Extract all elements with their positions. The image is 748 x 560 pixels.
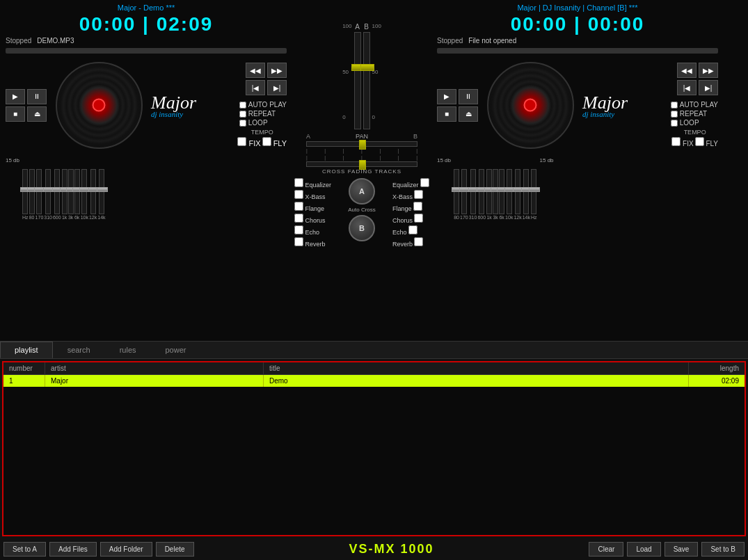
deck-b-eject-btn[interactable]: ⏏	[459, 106, 478, 122]
deck-b-autoplay-checkbox[interactable]	[671, 102, 678, 109]
col-header-title: title	[264, 362, 689, 374]
deck-a-fix-label[interactable]: FIX	[237, 137, 260, 147]
pan-track[interactable]	[306, 141, 417, 147]
eq-left-label[interactable]: Equalizer	[294, 178, 331, 189]
reverb-left-label[interactable]: Reverb	[294, 237, 331, 248]
deck-b-time: 00:00 | 00:00	[437, 13, 718, 35]
echo-right-label[interactable]: Echo	[392, 225, 429, 236]
deck-a-fwd-btn[interactable]: ▶▶	[267, 63, 287, 78]
set-to-b-button[interactable]: Set to B	[701, 542, 745, 557]
deck-b-pause-btn[interactable]: ⏸	[459, 89, 478, 104]
deck-a-loop-checkbox[interactable]	[239, 120, 246, 127]
xbass-right-cb[interactable]	[414, 190, 423, 199]
fader-a-track[interactable]	[354, 32, 361, 129]
deck-a-fix-checkbox[interactable]	[237, 137, 246, 146]
eq-left-cb[interactable]	[294, 178, 303, 187]
xbass-right-label[interactable]: X-Bass	[392, 190, 429, 200]
auto-cross-a-btn[interactable]: A	[349, 178, 375, 205]
deck-a-nav: ◀◀ ▶▶ |◀ ▶| AUTO PLAY REPEAT	[237, 63, 287, 147]
flange-left-cb[interactable]	[294, 202, 303, 211]
eq-slider-6k: 6k	[74, 169, 80, 220]
fader-b-thumb[interactable]	[360, 64, 374, 71]
eq-b-slider-hz2: Hz	[531, 169, 537, 220]
echo-right-cb[interactable]	[408, 225, 417, 234]
deck-b-options: AUTO PLAY REPEAT LOOP	[671, 101, 718, 127]
deck-a-play-btn[interactable]: ▶	[6, 89, 25, 104]
deck-a-pause-btn[interactable]: ⏸	[27, 89, 47, 104]
deck-a-eject-btn[interactable]: ⏏	[27, 106, 47, 122]
tab-playlist[interactable]: playlist	[0, 342, 53, 358]
deck-b-tempo-label: TEMPO	[684, 129, 706, 136]
deck-a-repeat-checkbox[interactable]	[239, 111, 246, 118]
deck-b-rew-btn[interactable]: ◀◀	[677, 63, 697, 78]
eq-slider-80: 80	[29, 169, 35, 220]
fader-b-track[interactable]	[363, 32, 370, 129]
delete-button[interactable]: Delete	[156, 542, 194, 557]
eq-slider-12k: 12k	[89, 169, 97, 220]
deck-b-skipnext-btn[interactable]: ▶|	[699, 80, 718, 95]
deck-b-stop-btn[interactable]: ■	[437, 106, 456, 122]
chorus-left-label[interactable]: Chorus	[294, 214, 331, 224]
deck-b-fly-label[interactable]: FLY	[695, 137, 718, 147]
deck-b-repeat-checkbox[interactable]	[671, 111, 678, 118]
deck-a-skipnext-btn[interactable]: ▶|	[267, 80, 287, 95]
auto-cross-b-btn[interactable]: B	[349, 215, 375, 241]
deck-b-loop-checkbox[interactable]	[671, 120, 678, 127]
add-files-button[interactable]: Add Files	[49, 542, 97, 557]
deck-b-skiprev-btn[interactable]: |◀	[677, 80, 697, 95]
eq-slider-10k: 10k	[81, 169, 88, 220]
eq-right-label[interactable]: Equalizer	[392, 178, 429, 189]
deck-a-tempo-section: TEMPO FIX FLY	[237, 129, 287, 147]
playlist-empty-area	[3, 387, 745, 535]
deck-b-autoplay-label[interactable]: AUTO PLAY	[671, 101, 718, 109]
flange-right-label[interactable]: Flange	[392, 202, 429, 212]
deck-b-loop-label[interactable]: LOOP	[671, 119, 718, 127]
deck-b-progress-bar[interactable]	[437, 48, 718, 54]
chorus-left-cb[interactable]	[294, 214, 303, 223]
deck-b-fly-checkbox[interactable]	[695, 137, 704, 146]
reverb-right-cb[interactable]	[414, 237, 423, 246]
chorus-right-cb[interactable]	[414, 214, 423, 223]
deck-b-fwd-btn[interactable]: ▶▶	[699, 63, 718, 78]
chorus-right-label[interactable]: Chorus	[392, 214, 429, 224]
tab-rules[interactable]: rules	[105, 342, 151, 358]
tab-power[interactable]: power	[151, 342, 201, 358]
crossfade-track[interactable]	[306, 161, 417, 167]
set-to-a-button[interactable]: Set to A	[3, 542, 46, 557]
deck-a-fly-label[interactable]: FLY	[262, 137, 287, 147]
tab-search[interactable]: search	[53, 342, 105, 358]
xbass-left-label[interactable]: X-Bass	[294, 190, 331, 200]
deck-a-repeat-label[interactable]: REPEAT	[239, 110, 287, 118]
reverb-left-cb[interactable]	[294, 237, 303, 246]
deck-b-play-btn[interactable]: ▶	[437, 89, 456, 104]
deck-a-rew-btn[interactable]: ◀◀	[246, 63, 265, 78]
add-folder-button[interactable]: Add Folder	[100, 542, 152, 557]
deck-a-stop-btn[interactable]: ■	[6, 106, 25, 122]
deck-a-loop-label[interactable]: LOOP	[239, 119, 287, 127]
eq-right-cb[interactable]	[420, 178, 429, 187]
deck-a-fly-checkbox[interactable]	[262, 137, 271, 146]
deck-a-skiprev-btn[interactable]: |◀	[246, 80, 265, 95]
save-button[interactable]: Save	[665, 542, 699, 557]
deck-b-fix-label[interactable]: FIX	[671, 137, 693, 147]
deck-a-autoplay-label[interactable]: AUTO PLAY	[239, 101, 287, 109]
flange-right-cb[interactable]	[413, 202, 422, 211]
flange-left-label[interactable]: Flange	[294, 202, 331, 212]
xbass-left-cb[interactable]	[294, 190, 303, 199]
echo-left-label[interactable]: Echo	[294, 225, 331, 236]
deck-a-progress-bar[interactable]	[6, 48, 287, 54]
table-row[interactable]: 1 Major Demo 02:09	[3, 375, 745, 387]
deck-b-repeat-label[interactable]: REPEAT	[671, 110, 718, 118]
load-button[interactable]: Load	[627, 542, 660, 557]
volume-fader-b: B	[363, 23, 370, 129]
deck-a-autoplay-checkbox[interactable]	[239, 102, 246, 109]
clear-button[interactable]: Clear	[589, 542, 623, 557]
pan-thumb[interactable]	[359, 140, 366, 150]
deck-a-status: Stopped DEMO.MP3	[6, 37, 287, 45]
deck-b-eq: 15 db 80 170 310	[437, 157, 718, 220]
deck-b-logo: Major dj insanity	[582, 93, 667, 118]
crossfade-thumb[interactable]	[359, 160, 366, 170]
reverb-right-label[interactable]: Reverb	[392, 237, 429, 248]
echo-left-cb[interactable]	[294, 225, 303, 234]
deck-b-fix-checkbox[interactable]	[671, 137, 681, 146]
